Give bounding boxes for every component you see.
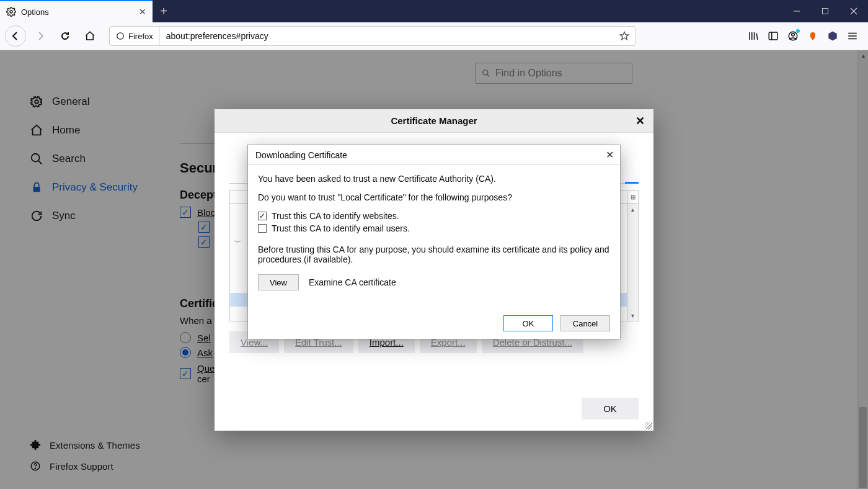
bookmark-star-icon[interactable] [613,31,636,41]
maximize-button[interactable] [811,0,839,22]
column-picker-icon[interactable]: ⊞ [627,191,638,203]
dlcert-title: Downloading Certificate ✕ [248,145,620,165]
nav-toolbar: Firefox about:preferences#privacy [0,22,868,50]
sidebar-icon[interactable] [768,30,779,42]
preferences-content: ▴ Find in Options General Home Search Pr… [0,50,868,489]
checkbox-trust-email[interactable] [258,224,267,233]
view-certificate-button[interactable]: View [258,274,299,290]
scroll-down-icon[interactable]: ▾ [627,310,638,321]
extension-pocket-icon[interactable] [807,30,818,42]
checkbox-trust-websites[interactable] [258,212,267,220]
titlebar: Options ✕ + [0,0,868,22]
extension-cube-icon[interactable] [827,30,838,42]
dialog-close-icon[interactable]: ✕ [636,114,645,128]
dlcert-cancel-button[interactable]: Cancel [560,315,610,331]
svg-point-10 [792,34,795,37]
library-icon[interactable] [748,30,759,42]
minimize-button[interactable] [782,0,811,22]
list-scrollbar[interactable]: ▴ ▾ [627,204,638,321]
svg-rect-7 [769,32,777,40]
label-trust-websites: Trust this CA to identify websites. [272,211,399,221]
dlcert-line2: Do you want to trust "Local Certificate"… [258,192,610,202]
dialog-title: Certificate Manager ✕ [215,109,653,133]
label-trust-email: Trust this CA to identify email users. [272,223,410,233]
svg-point-5 [117,33,124,40]
tab-title: Options [21,7,134,17]
examine-label: Examine CA certificate [309,277,396,287]
window-controls [782,0,868,22]
svg-point-0 [10,11,12,13]
notification-dot-icon [796,29,800,33]
resize-handle-icon[interactable] [645,422,652,429]
dlcert-line1: You have been asked to trust a new Certi… [258,174,610,184]
gear-icon [6,7,16,17]
tab-close-icon[interactable]: ✕ [139,7,146,17]
identity-label: Firefox [128,32,153,41]
app-menu-icon[interactable] [847,30,858,42]
url-bar[interactable]: Firefox about:preferences#privacy [109,26,636,46]
firefox-logo-icon [116,32,125,40]
home-button[interactable] [79,25,100,47]
reload-button[interactable] [55,25,76,47]
url-text: about:preferences#privacy [160,31,613,41]
dlcert-close-icon[interactable]: ✕ [606,149,614,161]
svg-rect-2 [823,9,828,14]
dlcert-ok-button[interactable]: OK [503,315,553,331]
browser-tab[interactable]: Options ✕ [0,0,153,22]
forward-button[interactable] [30,25,51,47]
back-button[interactable] [5,25,26,47]
certmgr-ok-button[interactable]: OK [582,398,639,419]
close-window-button[interactable] [839,0,868,22]
dlcert-warn: Before trusting this CA for any purpose,… [258,244,610,264]
scroll-up-icon[interactable]: ▴ [627,204,638,215]
tree-expand-icon[interactable]: ﹀ [231,236,244,248]
downloading-certificate-dialog: Downloading Certificate ✕ You have been … [247,145,621,339]
account-icon[interactable] [787,30,799,42]
identity-box[interactable]: Firefox [110,27,160,45]
svg-marker-6 [620,32,628,40]
new-tab-button[interactable]: + [153,0,175,22]
